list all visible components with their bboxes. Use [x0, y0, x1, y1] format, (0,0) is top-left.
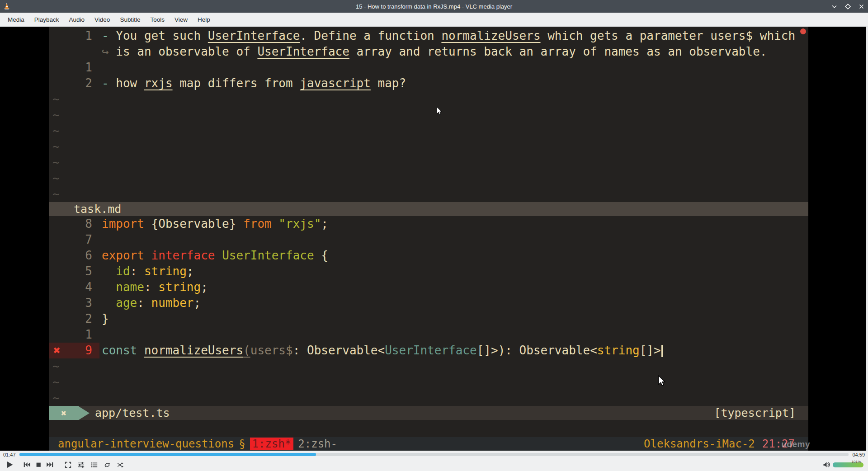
elapsed-time: 01:47	[3, 452, 16, 457]
tmux-window-last: 2:zsh-	[298, 438, 337, 450]
title-bar: 15 - How to transform data in RxJS.mp4 -…	[0, 0, 868, 13]
code-line: ↪ is an observable of UserInterface arra…	[49, 44, 808, 60]
code-line: 5 id: string;	[49, 264, 808, 279]
insert-cursor	[661, 345, 663, 357]
video-area[interactable]: 1- You get such UserInterface. Define a …	[0, 27, 868, 451]
recording-dot	[800, 28, 806, 34]
tmux-separator: §	[239, 438, 245, 450]
tilde-line: ~	[49, 123, 808, 139]
tilde-line: ~	[49, 358, 808, 374]
code-line: 9✖const normalizeUsers(users$: Observabl…	[49, 343, 808, 358]
code-line: 1- You get such UserInterface. Define a …	[49, 28, 808, 44]
seek-bar-row: 01:47 04:59	[0, 451, 868, 458]
mouse-cursor-video	[436, 107, 442, 115]
code-line: 2}	[49, 311, 808, 327]
tilde-line: ~	[49, 107, 808, 123]
code-line: 7	[49, 232, 808, 248]
menu-audio[interactable]: Audio	[64, 13, 90, 26]
maximize-icon[interactable]	[844, 3, 851, 9]
menu-help[interactable]: Help	[193, 13, 215, 26]
next-button[interactable]	[44, 459, 56, 471]
code-line: 2- how rxjs map differs from javascript …	[49, 75, 808, 91]
close-icon[interactable]	[858, 3, 864, 9]
menu-playback[interactable]: Playback	[29, 13, 64, 26]
tmux-window-active: 1:zsh*	[250, 438, 294, 450]
tilde-line: ~	[49, 91, 808, 107]
tmux-hostname: Oleksandrs-iMac-2	[644, 438, 755, 450]
menu-tools[interactable]: Tools	[145, 13, 170, 26]
shuffle-button[interactable]	[115, 459, 126, 471]
tilde-line: ~	[49, 374, 808, 390]
vim-bottom-window: 8import {Observable} from "rxjs";76expor…	[49, 216, 808, 406]
menu-bar: MediaPlaybackAudioVideoSubtitleToolsView…	[0, 13, 868, 27]
statusline-filename: app/test.ts	[95, 406, 170, 419]
loop-button[interactable]	[102, 459, 113, 471]
extended-settings-button[interactable]	[75, 459, 87, 471]
powerline-arrow-icon	[79, 406, 90, 420]
code-line: 3 age: number;	[49, 295, 808, 311]
menu-media[interactable]: Media	[3, 13, 29, 26]
controls-bar: 101%	[0, 458, 868, 471]
code-line: 4 name: string;	[49, 279, 808, 295]
error-sign-icon: ✖	[53, 343, 61, 358]
tilde-line: ~	[49, 139, 808, 155]
code-line: 6export interface UserInterface {	[49, 248, 808, 264]
previous-button[interactable]	[21, 459, 33, 471]
menu-subtitle[interactable]: Subtitle	[115, 13, 145, 26]
code-line: 1	[49, 327, 808, 343]
seek-slider[interactable]	[19, 453, 849, 456]
tmux-session-name: angular-interview-questions	[58, 438, 234, 450]
code-line: 8import {Observable} from "rxjs";	[49, 216, 808, 232]
stop-button[interactable]	[33, 459, 44, 471]
vim-statusline-task: task.md	[49, 202, 808, 216]
statusline-mode-segment: ✖	[49, 406, 79, 420]
menu-video[interactable]: Video	[90, 13, 115, 26]
minimize-icon[interactable]	[831, 3, 837, 9]
playlist-button[interactable]	[89, 459, 100, 471]
window-edge-strip	[866, 27, 868, 451]
tilde-line: ~	[49, 155, 808, 170]
menu-view[interactable]: View	[170, 13, 193, 26]
play-button[interactable]	[3, 459, 16, 471]
tmux-status-bar: angular-interview-questions § 1:zsh* 2:z…	[49, 437, 808, 451]
tilde-line: ~	[49, 186, 808, 202]
vim-top-window: 1- You get such UserInterface. Define a …	[49, 27, 808, 202]
close-glyph: ✖	[61, 408, 66, 419]
fullscreen-button[interactable]	[62, 459, 74, 471]
tilde-line: ~	[49, 390, 808, 406]
code-line: 1	[49, 60, 808, 75]
vlc-window: 15 - How to transform data in RxJS.mp4 -…	[0, 0, 868, 471]
terminal-screen: 1- You get such UserInterface. Define a …	[49, 27, 808, 451]
total-time: 04:59	[852, 452, 865, 457]
speaker-icon[interactable]	[823, 461, 830, 468]
statusline-filetype: [typescript]	[714, 406, 796, 419]
window-title: 15 - How to transform data in RxJS.mp4 -…	[0, 3, 868, 10]
mouse-cursor-player	[658, 375, 665, 386]
volume-widget: 101%	[823, 461, 865, 468]
vim-command-line	[49, 420, 808, 436]
udemy-watermark: udemy	[781, 439, 810, 449]
tilde-line: ~	[49, 170, 808, 186]
vim-statusline-test: ✖ app/test.ts [typescript]	[49, 406, 808, 420]
volume-percent: 101%	[852, 460, 861, 464]
statusline-filename: task.md	[74, 203, 121, 216]
seek-fill	[19, 453, 316, 456]
